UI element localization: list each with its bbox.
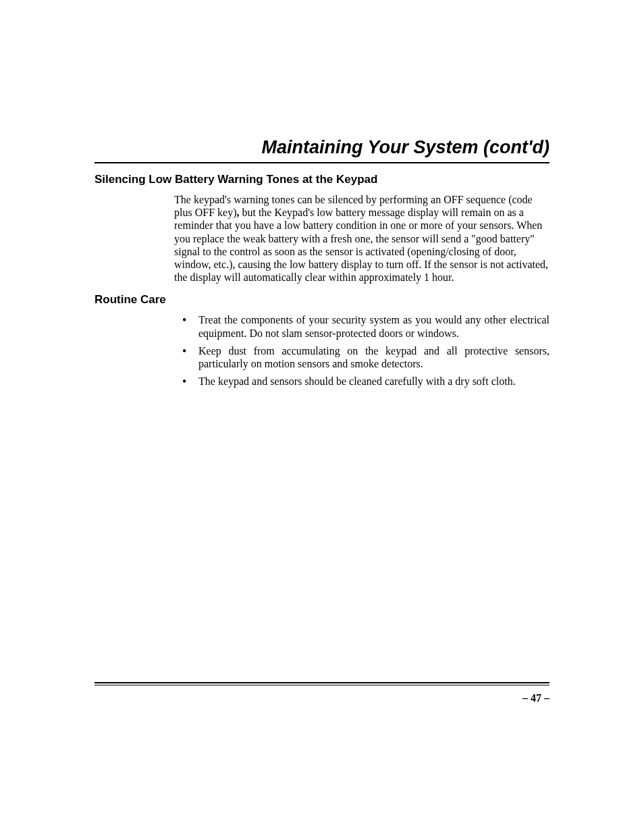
list-item: Keep dust from accumulating on the keypa… (174, 344, 549, 370)
list-item: The keypad and sensors should be cleaned… (174, 375, 549, 388)
title-rule (95, 162, 549, 163)
page-container: Maintaining Your System (cont'd) Silenci… (0, 0, 644, 834)
routine-care-list: Treat the components of your security sy… (95, 313, 549, 388)
silencing-paragraph: The keypad's warning tones can be silenc… (95, 193, 549, 284)
section-heading-silencing: Silencing Low Battery Warning Tones at t… (95, 173, 549, 186)
footer-rule (95, 682, 549, 685)
list-item: Treat the components of your security sy… (174, 313, 549, 339)
footer-rule-inner (95, 685, 549, 685)
section-heading-routine-care: Routine Care (95, 293, 549, 307)
page-number: – 47 – (522, 692, 549, 704)
page-title: Maintaining Your System (cont'd) (95, 137, 549, 158)
